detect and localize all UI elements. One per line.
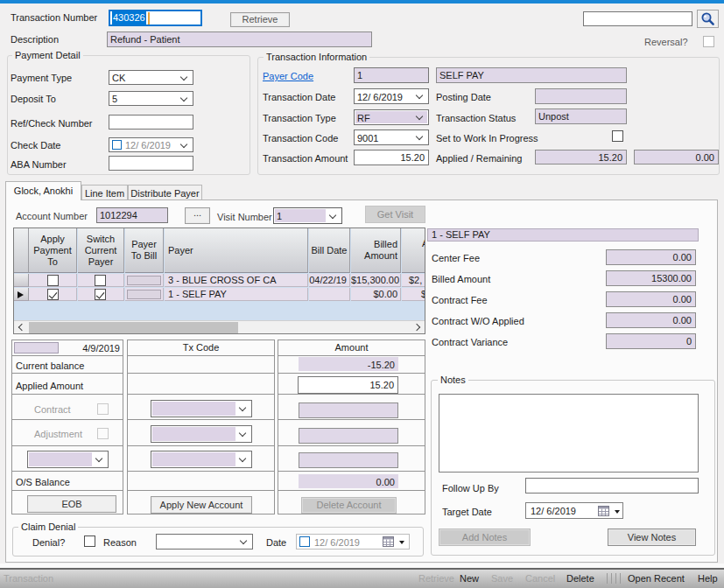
applied-amount-input[interactable]: 15.20 <box>298 376 398 394</box>
grid-cell-payer[interactable]: 3 - BLUE CROSS OF CA <box>165 274 308 287</box>
other-amount-field[interactable] <box>299 452 398 468</box>
grid-cell-payer[interactable]: 1 - SELF PAY <box>165 288 308 301</box>
grid-header-payer-to-bill[interactable]: Payer To Bill <box>125 228 164 273</box>
denial-checkbox[interactable] <box>84 536 95 547</box>
get-visit-button[interactable]: Get Visit <box>365 206 425 223</box>
deposit-to-combo[interactable]: 5 <box>109 91 193 106</box>
apply-new-account-button[interactable]: Apply New Account <box>151 496 252 514</box>
denial-date-picker[interactable]: 12/ 6/2019 <box>296 534 410 550</box>
retrieve-button[interactable]: Retrieve <box>230 12 290 27</box>
tab-line-item[interactable]: Line Item <box>81 185 128 200</box>
grid-horizontal-scrollbar[interactable] <box>14 320 425 333</box>
tab-glock-anokhi[interactable]: Glock, Anokhi <box>5 181 81 200</box>
adjustment-amount-field[interactable] <box>299 428 398 444</box>
statusbar-new[interactable]: New <box>460 572 479 584</box>
statusbar-delete[interactable]: Delete <box>566 572 594 584</box>
statusbar-open-recent[interactable]: Open Recent <box>628 572 685 584</box>
chevron-down-icon <box>239 430 246 437</box>
wip-checkbox[interactable] <box>612 130 623 142</box>
target-date-picker[interactable]: 12/ 6/2019 <box>525 502 623 519</box>
adjustment-txcode-combo[interactable] <box>151 425 252 443</box>
search-button[interactable] <box>697 10 719 28</box>
transaction-type-combo[interactable]: RF <box>354 109 429 125</box>
other-code-combo[interactable] <box>27 451 109 468</box>
grid-cell-bill-date[interactable] <box>309 288 350 301</box>
eob-button[interactable]: EOB <box>27 495 116 513</box>
grid-cell-apply[interactable] <box>29 274 77 287</box>
grid-header-bill-date[interactable]: Bill Date <box>309 228 350 273</box>
statusbar-retrieve[interactable]: Retrieve <box>418 572 454 584</box>
grid-cell-billed-amount[interactable]: $15,300.00 <box>351 274 401 287</box>
applied-field: 15.20 <box>535 150 627 164</box>
tab-distribute-payer[interactable]: Distribute Payer <box>128 185 202 200</box>
scroll-right-icon[interactable] <box>413 324 420 331</box>
search-input[interactable] <box>583 11 692 26</box>
reason-combo[interactable] <box>156 534 253 550</box>
follow-up-by-input[interactable] <box>525 478 699 494</box>
follow-up-by-label: Follow Up By <box>442 483 499 494</box>
application-date-header: 4/9/2019 <box>82 343 120 354</box>
payment-type-combo[interactable]: CK <box>109 70 193 85</box>
statusbar-context-label: Transaction <box>4 572 53 584</box>
payment-type-label: Payment Type <box>11 73 72 84</box>
grid-header-switch[interactable]: Switch Current Payer <box>78 228 124 273</box>
grid-cell-clipped-amount[interactable]: $ <box>402 288 425 301</box>
statusbar-help[interactable]: Help <box>698 572 718 584</box>
transaction-information-title: Transaction Information <box>264 52 369 62</box>
grid-row-selector[interactable] <box>14 274 29 287</box>
grid-cell-apply[interactable] <box>29 288 77 301</box>
grid-cell-switch[interactable] <box>78 288 124 301</box>
transaction-number-input[interactable]: 430326 <box>109 10 202 26</box>
description-label: Description <box>11 34 59 46</box>
adjustment-checkbox[interactable] <box>97 428 109 439</box>
payment-type-value: CK <box>112 72 125 84</box>
ref-check-number-input[interactable] <box>109 115 193 130</box>
grid-header-apply[interactable]: Apply Payment To <box>29 228 77 273</box>
scrollbar-thumb[interactable] <box>29 322 238 333</box>
grid-cell-billed-amount[interactable]: $0.00 <box>351 288 401 301</box>
grid-cell-payer-to-bill[interactable] <box>125 288 164 301</box>
switch-checkbox[interactable] <box>95 289 106 300</box>
grid-header-payer[interactable]: Payer <box>165 228 308 273</box>
check-date-value: 12/ 6/2019 <box>125 139 171 151</box>
switch-checkbox[interactable] <box>95 275 106 286</box>
visit-number-combo[interactable]: 1 <box>273 207 342 224</box>
statusbar-cancel[interactable]: Cancel <box>525 572 555 584</box>
transaction-date-picker[interactable]: 12/ 6/2019 <box>354 88 429 104</box>
statusbar-save[interactable]: Save <box>491 572 513 584</box>
visit-number-value: 1 <box>277 210 282 222</box>
payer-code-link[interactable]: Payer Code <box>263 71 313 82</box>
check-date-picker[interactable]: 12/ 6/2019 <box>109 137 193 152</box>
grid-header-clipped[interactable]: A <box>402 228 425 273</box>
reversal-checkbox[interactable] <box>703 36 714 47</box>
apply-checkbox[interactable] <box>47 275 59 286</box>
transaction-code-combo[interactable]: 9001 <box>354 130 429 145</box>
transaction-amount-input[interactable]: 15.20 <box>354 150 429 165</box>
combo-fill <box>152 402 235 416</box>
transaction-type-value: RF <box>357 112 370 124</box>
grid-cell-clipped-amount[interactable]: $2, <box>402 274 425 287</box>
scroll-left-icon[interactable] <box>18 324 25 331</box>
grid-header-billed-amount[interactable]: Billed Amount <box>351 228 401 273</box>
add-notes-button[interactable]: Add Notes <box>439 528 531 546</box>
grid-row-selector-current[interactable] <box>14 288 29 301</box>
contract-amount-field[interactable] <box>299 402 398 418</box>
aba-number-input[interactable] <box>109 156 193 171</box>
check-date-checkbox[interactable] <box>112 140 122 150</box>
transaction-number-label: Transaction Number <box>11 12 97 24</box>
ellipsis-button[interactable]: ... <box>185 207 210 224</box>
notes-textarea[interactable] <box>439 394 699 472</box>
grid-cell-payer-to-bill[interactable] <box>125 274 164 287</box>
contract-checkbox[interactable] <box>97 403 109 415</box>
contract-txcode-combo[interactable] <box>151 400 252 417</box>
denial-date-checkbox[interactable] <box>299 536 310 547</box>
combo-fill <box>29 452 92 466</box>
payment-detail-title: Payment Detail <box>12 50 83 60</box>
application-col-labels: 4/9/2019 Current balance Applied Amount … <box>11 340 123 514</box>
view-notes-button[interactable]: View Notes <box>608 528 696 546</box>
apply-checkbox[interactable] <box>47 289 59 300</box>
grid-cell-switch[interactable] <box>78 274 124 287</box>
other-txcode-combo[interactable] <box>151 451 252 468</box>
grid-cell-bill-date[interactable]: 04/22/19 <box>309 274 350 287</box>
delete-account-button[interactable]: Delete Account <box>301 497 397 514</box>
